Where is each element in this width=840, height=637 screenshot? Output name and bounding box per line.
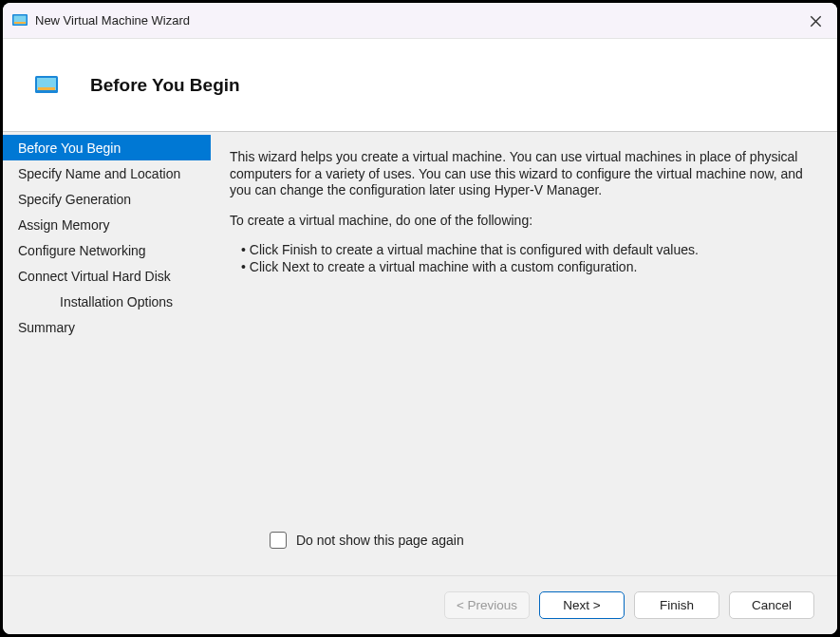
previous-button: < Previous: [444, 591, 530, 619]
footer: < Previous Next > Finish Cancel: [3, 575, 837, 634]
sidebar-item[interactable]: Connect Virtual Hard Disk: [3, 263, 211, 289]
checkbox-row: Do not show this page again: [230, 526, 809, 566]
monitor-icon: [35, 76, 58, 95]
sidebar-item-label: Summary: [18, 320, 75, 335]
instruction-paragraph: To create a virtual machine, do one of t…: [230, 213, 809, 230]
step-sidebar: Before You BeginSpecify Name and Locatio…: [3, 132, 211, 575]
sidebar-item-label: Specify Name and Location: [18, 166, 180, 181]
intro-paragraph: This wizard helps you create a virtual m…: [230, 149, 809, 199]
sidebar-item[interactable]: Assign Memory: [3, 212, 211, 237]
list-item: Click Finish to create a virtual machine…: [241, 242, 809, 259]
checkbox-label: Do not show this page again: [296, 533, 464, 548]
wizard-body: Before You BeginSpecify Name and Locatio…: [3, 132, 837, 575]
sidebar-item-label: Assign Memory: [18, 217, 109, 233]
content-pane: This wizard helps you create a virtual m…: [211, 132, 837, 575]
dont-show-checkbox[interactable]: [270, 532, 287, 549]
sidebar-item-label: Before You Begin: [18, 141, 121, 156]
svg-rect-5: [38, 87, 55, 90]
sidebar-item[interactable]: Summary: [3, 314, 211, 340]
sidebar-item-label: Installation Options: [60, 294, 173, 309]
sidebar-item[interactable]: Specify Generation: [3, 186, 211, 212]
sidebar-item-label: Connect Virtual Hard Disk: [18, 269, 171, 284]
svg-rect-2: [14, 22, 26, 24]
close-button[interactable]: [793, 3, 837, 39]
sidebar-item[interactable]: Before You Begin: [3, 135, 211, 160]
page-title: Before You Begin: [90, 75, 240, 96]
finish-button[interactable]: Finish: [634, 591, 719, 619]
sidebar-item-label: Configure Networking: [18, 243, 146, 258]
sidebar-item[interactable]: Specify Name and Location: [3, 160, 211, 186]
titlebar: New Virtual Machine Wizard: [3, 3, 837, 39]
window-title: New Virtual Machine Wizard: [35, 13, 190, 28]
cancel-button[interactable]: Cancel: [729, 591, 814, 619]
close-icon: [810, 15, 822, 28]
sidebar-item[interactable]: Configure Networking: [3, 237, 211, 263]
sidebar-item-label: Specify Generation: [18, 192, 131, 207]
app-icon: [12, 13, 28, 28]
page-header: Before You Begin: [3, 39, 837, 132]
instruction-list: Click Finish to create a virtual machine…: [230, 242, 809, 275]
list-item: Click Next to create a virtual machine w…: [241, 259, 809, 276]
wizard-window: New Virtual Machine Wizard Before You Be…: [3, 3, 837, 634]
next-button[interactable]: Next >: [539, 591, 625, 619]
sidebar-item[interactable]: Installation Options: [3, 289, 211, 314]
